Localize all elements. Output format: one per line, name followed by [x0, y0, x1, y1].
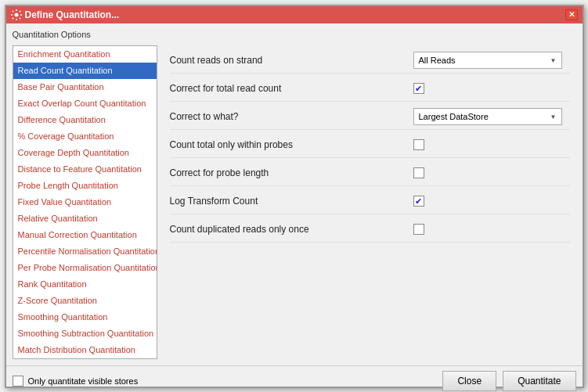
form-control-counttotal — [413, 139, 570, 150]
quantitate-button[interactable]: Quantitate — [503, 371, 575, 391]
form-control-correctprobe — [413, 167, 570, 178]
form-row-correctprobe: Correct for probe length — [170, 161, 570, 186]
visible-stores-row: Only quantitate visible stores — [13, 376, 139, 387]
list-item-matchdistribution[interactable]: Match Distribution Quantitation — [13, 342, 157, 358]
list-item-manualcorrection[interactable]: Manual Correction Quantitation — [13, 227, 157, 243]
dropdown-correcttowhat[interactable]: Largest DataStore▼ — [413, 108, 562, 125]
dropdown-arrow-countreads: ▼ — [550, 57, 557, 64]
list-item-enrichment[interactable]: Enrichment Quantitation — [13, 46, 157, 63]
checkbox-correcttotal[interactable]: ✔ — [413, 83, 424, 94]
list-item-exactoverlap[interactable]: Exact Overlap Count Quantitation — [13, 95, 157, 112]
list-item-coveragedepth[interactable]: Coverage Depth Quantitation — [13, 145, 157, 161]
list-item-fixedvalue[interactable]: Fixed Value Quantitation — [13, 194, 157, 210]
content-area: Enrichment QuantitationRead Count Quanti… — [13, 45, 576, 359]
title-bar: Define Quantitation... ✕ — [6, 6, 583, 23]
svg-point-0 — [14, 13, 18, 16]
dropdown-value-correcttowhat: Largest DataStore — [419, 112, 489, 121]
quantitation-list: Enrichment QuantitationRead Count Quanti… — [13, 46, 157, 358]
dialog-window: Define Quantitation... ✕ Quantitation Op… — [5, 5, 584, 388]
form-control-correcttowhat: Largest DataStore▼ — [413, 108, 570, 125]
list-item-probelength[interactable]: Probe Length Quantitation — [13, 178, 157, 194]
form-control-countreads: All Reads▼ — [413, 52, 570, 69]
form-row-countduplicates: Count duplicated reads only once — [170, 218, 570, 243]
list-item-basepair[interactable]: Base Pair Quantitation — [13, 79, 157, 95]
checkbox-correctprobe[interactable] — [413, 167, 424, 178]
list-item-readcount[interactable]: Read Count Quantitation — [13, 63, 157, 79]
close-button[interactable]: Close — [442, 371, 496, 391]
form-row-correcttotal: Correct for total read count✔ — [170, 77, 570, 102]
left-panel: Enrichment QuantitationRead Count Quanti… — [13, 45, 157, 359]
dropdown-arrow-correcttowhat: ▼ — [550, 113, 557, 120]
form-row-logtransform: Log Transform Count✔ — [170, 189, 570, 214]
right-panel: Count reads on strandAll Reads▼Correct f… — [164, 45, 576, 359]
list-item-zscore[interactable]: Z-Score Quantitation — [13, 293, 157, 309]
form-label-logtransform: Log Transform Count — [170, 196, 413, 207]
list-item-smoothingsubtraction[interactable]: Smoothing Subtraction Quantitation — [13, 325, 157, 342]
list-item-distancetofeature[interactable]: Distance to Feature Quantitation — [13, 161, 157, 178]
list-item-difference[interactable]: Difference Quantitation — [13, 112, 157, 128]
section-label: Quantitation Options — [13, 30, 576, 39]
close-icon[interactable]: ✕ — [565, 9, 578, 20]
visible-stores-checkbox[interactable] — [13, 376, 23, 387]
form-control-correcttotal: ✔ — [413, 83, 570, 94]
bottom-bar: Only quantitate visible stores Close Qua… — [6, 365, 583, 393]
form-control-logtransform: ✔ — [413, 196, 570, 207]
form-label-correcttotal: Correct for total read count — [170, 83, 413, 94]
dialog-title: Define Quantitation... — [25, 9, 120, 20]
list-item-perprobe[interactable]: Per Probe Normalisation Quantitation — [13, 260, 157, 276]
visible-stores-label: Only quantitate visible stores — [28, 376, 139, 386]
checkbox-counttotal[interactable] — [413, 139, 424, 150]
form-row-correcttowhat: Correct to what?Largest DataStore▼ — [170, 105, 570, 130]
form-label-correcttowhat: Correct to what? — [170, 111, 413, 122]
form-label-countduplicates: Count duplicated reads only once — [170, 224, 413, 235]
list-item-relative[interactable]: Relative Quantitation — [13, 210, 157, 227]
dropdown-value-countreads: All Reads — [419, 56, 456, 65]
title-bar-left: Define Quantitation... — [11, 9, 120, 20]
form-row-countreads: Count reads on strandAll Reads▼ — [170, 49, 570, 74]
form-label-counttotal: Count total only within probes — [170, 139, 413, 150]
list-item-smoothing[interactable]: Smoothing Quantitation — [13, 309, 157, 325]
dropdown-countreads[interactable]: All Reads▼ — [413, 52, 562, 69]
dialog-body: Quantitation Options Enrichment Quantita… — [6, 23, 583, 365]
checkbox-countduplicates[interactable] — [413, 224, 424, 235]
form-label-countreads: Count reads on strand — [170, 55, 413, 66]
form-label-correctprobe: Correct for probe length — [170, 167, 413, 178]
gear-icon — [11, 9, 22, 20]
list-item-percentile[interactable]: Percentile Normalisation Quantitation — [13, 243, 157, 260]
list-item-percentcoverage[interactable]: % Coverage Quantitation — [13, 128, 157, 145]
form-control-countduplicates — [413, 224, 570, 235]
form-row-counttotal: Count total only within probes — [170, 133, 570, 158]
bottom-buttons: Close Quantitate — [442, 371, 575, 391]
list-item-rank[interactable]: Rank Quantitation — [13, 276, 157, 293]
checkbox-logtransform[interactable]: ✔ — [413, 196, 424, 207]
